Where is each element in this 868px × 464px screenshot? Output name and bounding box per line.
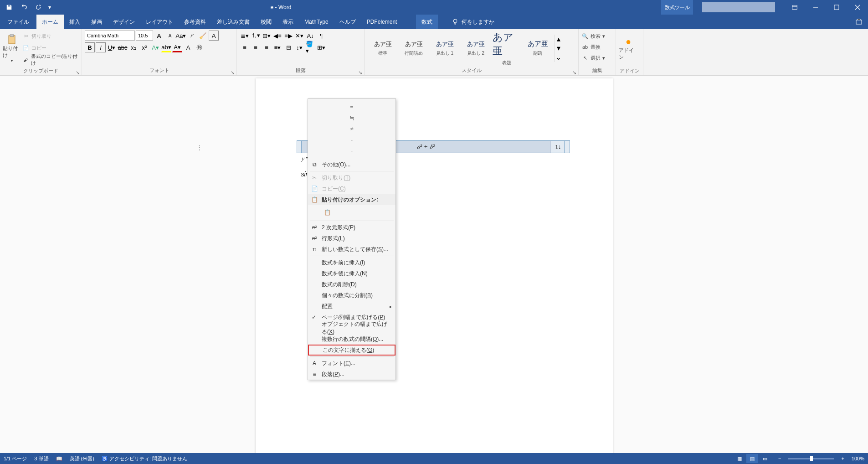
paste-button[interactable]: 貼り付け ▾ (3, 31, 21, 66)
cut-button[interactable]: ✂切り取り (22, 31, 79, 41)
sb-view-read[interactable]: ▦ (734, 454, 745, 463)
tab-file[interactable]: ファイル (0, 15, 36, 29)
style-title[interactable]: あア亜表題 (492, 35, 521, 62)
minimize-button[interactable] (805, 0, 826, 15)
collapse-handle-icon[interactable]: ⋮ (196, 144, 203, 151)
sb-zoom-in[interactable]: + (841, 456, 844, 461)
tab-references[interactable]: 参考資料 (179, 15, 211, 29)
style-subtitle[interactable]: あア亜副題 (523, 35, 552, 62)
cm-symbol-neq[interactable]: ≠ (308, 124, 395, 134)
align-right-button[interactable]: ≡ (262, 42, 272, 52)
align-left-button[interactable]: ≡ (240, 42, 250, 52)
numbering-button[interactable]: ⒈▾ (251, 31, 261, 41)
select-button[interactable]: ↖選択 ▾ (581, 52, 609, 63)
sb-zoom-slider[interactable] (788, 458, 834, 459)
enclose-button[interactable]: ㊕ (194, 42, 204, 52)
cm-linear[interactable]: e²行形式(L) (308, 233, 395, 244)
equation-options-handle[interactable] (297, 141, 302, 153)
close-button[interactable] (847, 0, 868, 15)
tab-pdfelement[interactable]: PDFelement (361, 15, 403, 29)
font-name-combo[interactable]: Cambria Math (85, 31, 135, 41)
font-size-combo[interactable]: 10.5 (136, 31, 153, 41)
style-heading2[interactable]: あア亜見出し 2 (461, 35, 490, 62)
increase-indent-button[interactable]: ≡▶ (283, 31, 293, 41)
grow-font-button[interactable]: A (154, 31, 164, 41)
cm-professional[interactable]: e²2 次元形式(P) (308, 222, 395, 233)
highlight-button[interactable]: ab▾ (161, 42, 171, 52)
tab-view[interactable]: 表示 (277, 15, 299, 29)
replace-button[interactable]: ab置換 (581, 41, 609, 52)
change-case-button[interactable]: Aa▾ (176, 31, 186, 41)
tab-draw[interactable]: 描画 (86, 15, 108, 29)
cm-extend-object[interactable]: オブジェクトの幅まで広げる(X) (308, 323, 395, 334)
tell-me-search[interactable]: 何をしますか (452, 15, 494, 29)
cm-font[interactable]: Aフォント(E)... (308, 358, 395, 369)
cm-other[interactable]: ⧉その他(O)... (308, 159, 395, 170)
style-normal[interactable]: あア亜標準 (368, 35, 397, 62)
redo-button[interactable] (32, 1, 45, 14)
borders-button[interactable]: ⊞▾ (316, 42, 326, 52)
cm-symbol-minus2[interactable]: - (308, 145, 395, 156)
tab-mathtype[interactable]: MathType (299, 15, 334, 29)
sb-view-web[interactable]: ▭ (759, 454, 771, 463)
align-center-button[interactable]: ≡ (251, 42, 261, 52)
tab-home[interactable]: ホーム (36, 15, 64, 29)
cm-paragraph[interactable]: ≡段落(P)... (308, 369, 395, 380)
sb-words[interactable]: 3 単語 (34, 455, 48, 462)
sb-language[interactable]: 英語 (米国) (70, 455, 94, 462)
shading-button[interactable]: 🪣▾ (305, 42, 315, 52)
share-button[interactable] (850, 15, 868, 29)
cm-paste-keep-source[interactable]: 📋 (322, 207, 333, 218)
tab-help[interactable]: ヘルプ (334, 15, 361, 29)
italic-button[interactable]: I (96, 42, 106, 52)
decrease-indent-button[interactable]: ◀≡ (272, 31, 282, 41)
character-shading-button[interactable]: A (183, 42, 193, 52)
format-painter-button[interactable]: 🖌書式のコピー/貼り付け (22, 54, 79, 65)
styles-launcher[interactable]: ↘ (572, 70, 576, 74)
sort-button[interactable]: A↓ (305, 31, 315, 41)
show-marks-button[interactable]: ¶ (316, 31, 326, 41)
sb-zoom-level[interactable]: 100% (852, 456, 864, 461)
cm-multiline-spacing[interactable]: 複数行の数式の間隔(Q)... (308, 334, 395, 345)
undo-button[interactable] (17, 1, 30, 14)
sb-view-print[interactable]: ▤ (746, 454, 758, 463)
tab-review[interactable]: 校閲 (255, 15, 277, 29)
asian-layout-button[interactable]: ✕▾ (294, 31, 304, 41)
cm-symbol-approx[interactable]: ≒ (308, 113, 395, 124)
cm-symbol-minus1[interactable]: - (308, 134, 395, 145)
line-spacing-button[interactable]: ↕▾ (294, 42, 304, 52)
styles-gallery-more[interactable]: ▴▾⌄ (554, 35, 562, 62)
tab-design[interactable]: デザイン (108, 15, 140, 29)
clipboard-launcher[interactable]: ↘ (75, 70, 80, 74)
multilevel-list-button[interactable]: ⊟▾ (262, 31, 272, 41)
cm-align-to-char[interactable]: この文字に揃える(G) (308, 345, 395, 356)
find-button[interactable]: 🔍検索 ▾ (581, 31, 609, 41)
bullets-button[interactable]: ≣▾ (240, 31, 250, 41)
equation-resize-handle[interactable] (564, 141, 570, 153)
cm-save-as-new[interactable]: π新しい数式として保存(S)... (308, 244, 395, 255)
distributed-button[interactable]: ⊟ (283, 42, 293, 52)
tab-mailings[interactable]: 差し込み文書 (211, 15, 255, 29)
underline-button[interactable]: U▾ (107, 42, 117, 52)
superscript-button[interactable]: x² (139, 42, 149, 52)
cm-insert-after[interactable]: 数式を後に挿入(N) (308, 268, 395, 279)
strikethrough-button[interactable]: abc (118, 42, 128, 52)
cm-symbol-eq[interactable]: = (308, 102, 395, 113)
save-button[interactable] (3, 1, 15, 14)
cm-insert-before[interactable]: 数式を前に挿入(I) (308, 257, 395, 268)
sb-spell-icon[interactable]: 📖 (56, 456, 62, 462)
enclose-characters-button[interactable]: A (209, 31, 219, 41)
tab-layout[interactable]: レイアウト (140, 15, 179, 29)
maximize-button[interactable] (826, 0, 847, 15)
style-no-spacing[interactable]: あア亜行間詰め (399, 35, 428, 62)
phonetic-guide-button[interactable]: ア (187, 31, 197, 41)
cm-split[interactable]: 個々の数式に分割(B) (308, 290, 395, 301)
cm-delete[interactable]: 数式の削除(D) (308, 279, 395, 290)
tab-equation[interactable]: 数式 (416, 15, 438, 29)
paragraph-launcher[interactable]: ↘ (358, 70, 362, 74)
justify-button[interactable]: ≡▾ (272, 42, 282, 52)
user-account-area[interactable] (702, 2, 775, 12)
style-heading1[interactable]: あア亜見出し 1 (430, 35, 459, 62)
ribbon-display-options-button[interactable] (784, 0, 805, 15)
font-launcher[interactable]: ↘ (230, 70, 235, 74)
